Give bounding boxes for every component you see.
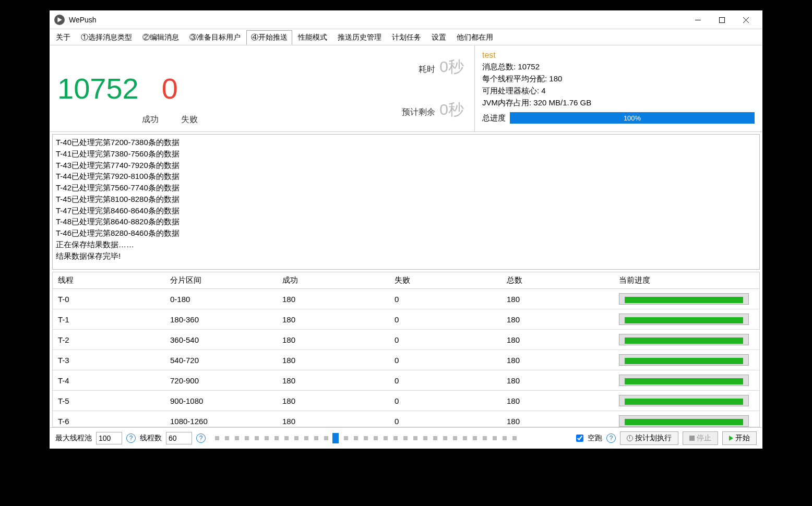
cell-thread: T-6 — [53, 414, 165, 427]
log-line: T-43已处理完第7740-7920条的数据 — [56, 160, 756, 171]
cell-success: 180 — [277, 312, 389, 327]
cell-thread: T-1 — [53, 312, 165, 327]
cell-fail: 0 — [389, 373, 501, 388]
cell-total: 180 — [501, 353, 614, 368]
cores-label: 可用处理器核心: — [482, 86, 539, 95]
col-thread: 线程 — [53, 272, 165, 288]
cell-fail: 0 — [389, 312, 501, 327]
cell-range: 1080-1260 — [165, 414, 277, 427]
cell-range: 180-360 — [165, 312, 277, 327]
cores-value: 4 — [541, 86, 545, 95]
cell-success: 180 — [277, 332, 389, 347]
cell-thread: T-0 — [53, 292, 165, 307]
dryrun-checkbox[interactable] — [576, 435, 583, 442]
table-row[interactable]: T-5900-10801800180 — [53, 391, 759, 411]
log-line: T-40已处理完第7200-7380条的数据 — [56, 137, 756, 148]
schedule-button[interactable]: 按计划执行 — [620, 431, 678, 445]
clock-icon — [627, 435, 633, 441]
maximize-button[interactable] — [710, 12, 734, 28]
table-row[interactable]: T-4720-9001800180 — [53, 370, 759, 391]
cell-range: 540-720 — [165, 353, 277, 368]
table-row[interactable]: T-1180-3601800180 — [53, 309, 759, 330]
overall-progress-bar: 100% — [510, 112, 755, 124]
cell-progress — [614, 391, 759, 411]
threads-label: 线程数 — [140, 433, 162, 443]
cell-thread: T-2 — [53, 332, 165, 347]
jvm-value: 320 MB/1.76 GB — [533, 98, 591, 107]
cell-range: 900-1080 — [165, 393, 277, 408]
cell-total: 180 — [501, 332, 614, 347]
svg-marker-0 — [57, 17, 62, 22]
cell-success: 180 — [277, 414, 389, 427]
threads-input[interactable] — [166, 432, 192, 444]
cell-fail: 0 — [389, 393, 501, 408]
cell-progress — [614, 330, 759, 350]
cell-thread: T-5 — [53, 393, 165, 408]
titlebar: WePush — [50, 11, 762, 29]
log-line: T-42已处理完第7560-7740条的数据 — [56, 182, 756, 194]
table-row[interactable]: T-61080-12601800180 — [53, 411, 759, 427]
log-line: T-44已处理完第7920-8100条的数据 — [56, 171, 756, 182]
log-line: 结果数据保存完毕! — [56, 250, 756, 262]
stop-icon — [689, 436, 695, 441]
config-name: test — [482, 51, 755, 60]
tab-9[interactable]: 他们都在用 — [452, 30, 498, 45]
log-line: T-46已处理完第8280-8460条的数据 — [56, 227, 756, 239]
slider-thumb[interactable] — [332, 433, 339, 443]
tab-6[interactable]: 推送历史管理 — [333, 30, 386, 45]
success-label: 成功 — [142, 114, 159, 125]
cell-range: 720-900 — [165, 373, 277, 388]
cell-fail: 0 — [389, 353, 501, 368]
col-range: 分片区间 — [165, 272, 277, 288]
minimize-button[interactable] — [686, 12, 710, 28]
cell-fail: 0 — [389, 332, 501, 347]
help-icon[interactable]: ? — [196, 433, 206, 443]
table-row[interactable]: T-2360-5401800180 — [53, 330, 759, 350]
help-icon[interactable]: ? — [126, 433, 136, 443]
avg-label: 每个线程平均分配: — [482, 74, 547, 83]
pool-label: 最大线程池 — [55, 433, 92, 443]
cell-success: 180 — [277, 292, 389, 307]
tab-0[interactable]: 关于 — [51, 30, 75, 45]
tab-7[interactable]: 计划任务 — [387, 30, 426, 45]
cell-range: 360-540 — [165, 332, 277, 347]
log-line: 正在保存结果数据…… — [56, 239, 756, 250]
log-line: T-48已处理完第8640-8820条的数据 — [56, 216, 756, 227]
cell-success: 180 — [277, 353, 389, 368]
thread-table: 线程 分片区间 成功 失败 总数 当前进度 T-00-1801800180T-1… — [52, 272, 760, 427]
help-icon[interactable]: ? — [606, 433, 616, 443]
overall-progress-value: 100% — [624, 114, 641, 122]
table-row[interactable]: T-00-1801800180 — [53, 289, 759, 309]
pool-input[interactable] — [96, 432, 122, 444]
fail-label: 失败 — [181, 114, 198, 125]
elapsed-value: 0秒 — [439, 56, 464, 78]
cell-total: 180 — [501, 393, 614, 408]
log-line: T-47已处理完第8460-8640条的数据 — [56, 205, 756, 216]
cell-progress — [614, 309, 759, 329]
svg-rect-2 — [719, 17, 724, 22]
cell-fail: 0 — [389, 414, 501, 427]
stop-button[interactable]: 停止 — [683, 431, 718, 445]
cell-thread: T-3 — [53, 353, 165, 368]
table-header: 线程 分片区间 成功 失败 总数 当前进度 — [53, 272, 759, 289]
eta-value: 0秒 — [439, 99, 464, 121]
tab-1[interactable]: ①选择消息类型 — [76, 30, 137, 45]
tab-2[interactable]: ②编辑消息 — [138, 30, 184, 45]
tab-5[interactable]: 性能模式 — [293, 30, 332, 45]
app-icon — [54, 15, 65, 25]
jvm-label: JVM内存占用: — [482, 98, 531, 107]
tab-4[interactable]: ④开始推送 — [246, 30, 292, 45]
tab-8[interactable]: 设置 — [427, 30, 451, 45]
log-output[interactable]: T-40已处理完第7200-7380条的数据T-41已处理完第7380-7560… — [52, 134, 760, 270]
cell-progress — [614, 411, 759, 427]
threads-slider[interactable] — [215, 436, 518, 440]
table-row[interactable]: T-3540-7201800180 — [53, 350, 759, 370]
cell-success: 180 — [277, 393, 389, 408]
cell-progress — [614, 289, 759, 309]
overall-progress-label: 总进度 — [482, 113, 506, 123]
close-button[interactable] — [734, 12, 758, 28]
cell-success: 180 — [277, 373, 389, 388]
tab-3[interactable]: ③准备目标用户 — [185, 30, 245, 45]
cell-range: 0-180 — [165, 292, 277, 307]
start-button[interactable]: 开始 — [722, 431, 757, 445]
